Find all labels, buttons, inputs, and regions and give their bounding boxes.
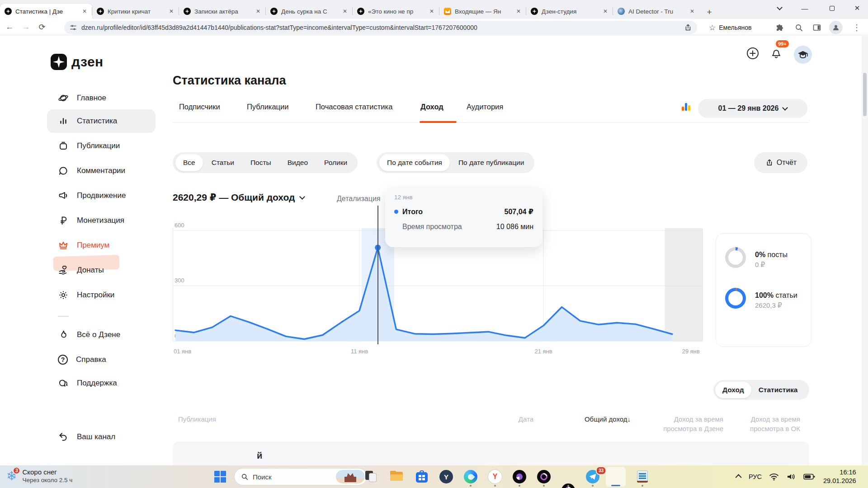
address-bar[interactable]: dzen.ru/profile/editor/id/63ff45d3d89a2d… <box>64 21 697 34</box>
yandex-icon[interactable]: Y <box>488 470 502 483</box>
column-header-dzen-watch-income[interactable]: Доход за время <box>674 415 723 423</box>
column-header-ok-watch-income[interactable]: Доход за время <box>751 415 800 423</box>
sidebar-item-statistics[interactable]: Статистика <box>47 109 156 133</box>
column-header-total-income-sorted[interactable]: Общий доход↓ <box>585 415 631 423</box>
bookmark-star-icon[interactable]: ☆ <box>709 23 716 33</box>
sidebar-item-monetization[interactable]: Монетизация <box>47 209 156 232</box>
sidebar-item-settings[interactable]: Настройки <box>47 283 156 307</box>
dzen-logo[interactable]: дзен <box>51 54 104 70</box>
sidebar-item-premium[interactable]: Премиум <box>47 234 156 257</box>
battery-icon[interactable] <box>803 474 815 480</box>
yandex-browser-icon[interactable]: Y <box>439 470 453 483</box>
browser-tab[interactable]: «Это кино не пр ✕ <box>353 4 439 19</box>
browser-tab[interactable]: Записки актёра ✕ <box>179 4 266 19</box>
taskbar-search-box[interactable]: Поиск <box>234 468 367 485</box>
tab-hourly-stats[interactable]: Почасовая статистика <box>316 103 392 111</box>
browser-tab[interactable]: Входящие — Ян ✕ <box>439 4 526 19</box>
column-header-ok-watch-income-2[interactable]: просмотра в ОК <box>750 425 800 432</box>
bookmark-profile-chip[interactable]: ☆ Емельянов <box>703 21 757 34</box>
sidebar-item-about-dzen[interactable]: Всё о Дзене <box>47 323 156 347</box>
sidebar-item-comments[interactable]: Комментарии <box>47 159 156 183</box>
browser-tab[interactable]: День сурка на С ✕ <box>266 4 353 19</box>
filter-by-publication-date[interactable]: По дате публикации <box>451 154 532 171</box>
browser-tab-active[interactable]: Статистика | Дзе ✕ <box>0 4 92 19</box>
toggle-income[interactable]: Доход <box>715 382 751 398</box>
sidebar-item-label: Публикации <box>77 141 120 150</box>
file-explorer-icon[interactable] <box>390 470 403 483</box>
tab-close-icon[interactable]: ✕ <box>254 7 262 15</box>
tab-close-icon[interactable]: ✕ <box>601 7 609 15</box>
tab-close-icon[interactable]: ✕ <box>688 7 696 15</box>
table-row-partial[interactable]: й <box>173 441 809 465</box>
tab-audience[interactable]: Аудитория <box>467 103 503 111</box>
edge-browser-icon[interactable] <box>464 470 477 483</box>
sidebar-item-promotion[interactable]: Продвижение <box>47 184 156 207</box>
window-minimize-button[interactable]: — <box>794 0 816 16</box>
tab-subscribers[interactable]: Подписчики <box>179 103 220 111</box>
report-button[interactable]: Отчёт <box>754 152 807 173</box>
browser-tab[interactable]: Критики кричат ✕ <box>92 4 179 19</box>
column-header-date[interactable]: Дата <box>519 415 533 423</box>
microsoft-store-icon[interactable] <box>415 470 429 483</box>
sidebar-item-your-channel[interactable]: Ваш канал <box>47 425 156 449</box>
task-view-icon[interactable] <box>364 470 378 483</box>
tab-search-chevron-icon[interactable] <box>769 0 790 16</box>
notepad-icon[interactable] <box>636 470 649 483</box>
sidebar-item-main[interactable]: Главное <box>47 86 156 110</box>
filter-posts[interactable]: Посты <box>243 154 279 171</box>
notifications-bell-icon[interactable] <box>769 47 783 60</box>
wifi-icon[interactable] <box>769 473 779 481</box>
column-header-publication[interactable]: Публикация <box>178 415 216 423</box>
column-header-dzen-watch-income-2[interactable]: просмотра в Дзене <box>663 425 723 432</box>
toggle-statistics[interactable]: Статистика <box>751 382 805 398</box>
search-highlight-image[interactable] <box>336 470 365 483</box>
browser-tab[interactable]: Дзен-студия ✕ <box>526 4 613 19</box>
tab-publications[interactable]: Публикации <box>247 103 289 111</box>
forward-button[interactable]: → <box>19 20 33 34</box>
share-icon[interactable] <box>684 23 692 32</box>
site-settings-icon[interactable] <box>70 24 77 31</box>
taskbar-weather-widget[interactable]: ❄3 Скоро снег Через около 2.5 ч <box>6 468 72 483</box>
window-maximize-button[interactable] <box>821 0 843 16</box>
revenue-heading[interactable]: 2620,29 ₽ — Общий доход <box>173 192 304 203</box>
side-panel-icon[interactable] <box>811 22 823 33</box>
filter-shorts[interactable]: Ролики <box>316 154 355 171</box>
taskbar-clock[interactable]: 16:16 29.01.2026 <box>823 468 856 485</box>
profile-avatar[interactable] <box>794 46 812 64</box>
filter-videos[interactable]: Видео <box>280 154 316 171</box>
language-indicator[interactable]: РУС <box>749 473 762 480</box>
start-button[interactable] <box>214 471 226 483</box>
tab-income-active[interactable]: Доход <box>420 103 443 111</box>
scrollbar-thumb[interactable] <box>863 73 867 116</box>
sidebar-item-donations[interactable]: Донаты <box>47 258 156 282</box>
page-scrollbar[interactable] <box>862 36 868 465</box>
tab-close-icon[interactable]: ✕ <box>80 7 89 15</box>
window-close-button[interactable]: ✕ <box>846 0 868 16</box>
tab-close-icon[interactable]: ✕ <box>428 7 436 15</box>
filter-all[interactable]: Все <box>175 154 203 171</box>
date-range-picker[interactable]: 01 — 29 янв 2026 <box>698 99 807 118</box>
filter-articles[interactable]: Статьи <box>204 154 242 171</box>
content-filter-group: Все Статьи Посты Видео Ролики <box>173 152 358 173</box>
yandex-music-icon[interactable] <box>513 470 526 483</box>
compare-chart-icon[interactable] <box>682 103 690 111</box>
sidebar-item-support[interactable]: Поддержка <box>47 371 156 395</box>
sidebar-item-publications[interactable]: Публикации <box>47 134 156 158</box>
dzen-app-icon[interactable] <box>537 470 551 483</box>
sidebar-item-help[interactable]: ? Справка <box>47 348 156 371</box>
browser-menu-icon[interactable]: ⋮ <box>851 22 863 33</box>
extensions-puzzle-icon[interactable] <box>774 22 786 33</box>
volume-icon[interactable] <box>786 473 796 481</box>
tab-close-icon[interactable]: ✕ <box>514 7 523 15</box>
toolbar-search-icon[interactable] <box>793 22 805 33</box>
browser-tab[interactable]: AI Detector - Tru ✕ <box>613 4 700 19</box>
tab-close-icon[interactable]: ✕ <box>341 7 349 15</box>
reload-button[interactable]: ⟳ <box>35 20 49 34</box>
browser-profile-avatar[interactable] <box>829 21 843 34</box>
back-button[interactable]: ← <box>3 20 16 34</box>
create-post-button[interactable] <box>746 47 760 60</box>
tab-close-icon[interactable]: ✕ <box>167 7 175 15</box>
detail-link[interactable]: Детализация <box>337 195 381 203</box>
filter-by-event-date[interactable]: По дате события <box>379 154 450 171</box>
new-tab-button[interactable]: + <box>703 5 716 19</box>
